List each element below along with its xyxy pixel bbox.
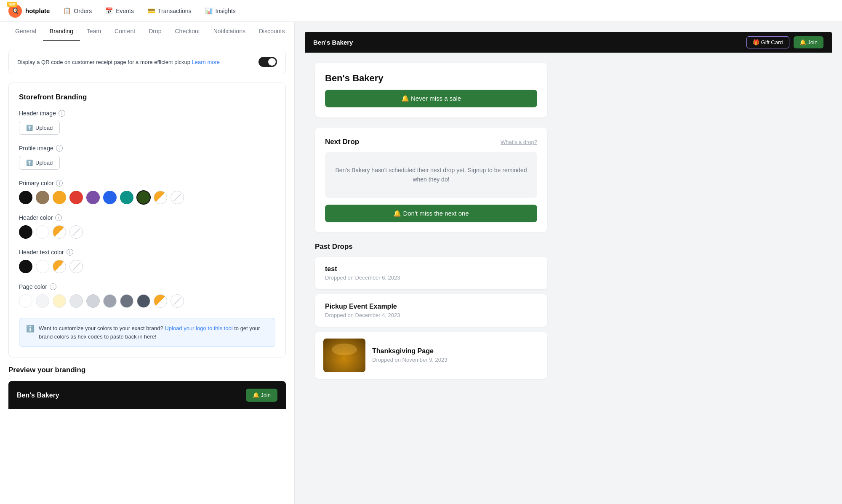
header-swatch-white[interactable] <box>36 225 49 239</box>
swatch-purple[interactable] <box>86 191 100 204</box>
orders-icon: 📋 <box>63 7 71 15</box>
past-drop-name-test: test <box>325 265 537 273</box>
swatch-teal[interactable] <box>120 191 133 204</box>
tab-notifications[interactable]: Notifications <box>207 22 252 41</box>
nav-orders[interactable]: 📋 Orders <box>63 5 92 16</box>
page-color-label: Page color i <box>19 283 275 290</box>
qr-text: Display a QR code on customer receipt pa… <box>17 59 220 65</box>
tab-general[interactable]: General <box>8 22 43 41</box>
upload-icon-2: ⬆️ <box>26 160 33 166</box>
header-image-info-icon[interactable]: i <box>59 110 65 117</box>
next-drop-header: Next Drop What's a drop? <box>325 138 537 146</box>
page-swatch-lightgray5[interactable] <box>120 294 133 308</box>
past-drop-item-pickup[interactable]: Pickup Event Example Dropped on December… <box>315 294 547 327</box>
dont-miss-button[interactable]: 🔔 Don't miss the next one <box>325 205 537 222</box>
header-text-color-info-icon[interactable]: i <box>67 249 73 256</box>
tab-drop[interactable]: Drop <box>142 22 168 41</box>
page-swatch-custom[interactable] <box>154 294 167 308</box>
header-text-swatch-custom[interactable] <box>53 260 66 273</box>
tab-content[interactable]: Content <box>108 22 142 41</box>
swatch-red[interactable] <box>69 191 83 204</box>
profile-image-upload-button[interactable]: ⬆️ Upload <box>19 156 60 170</box>
right-header-bakery-name: Ben's Bakery <box>313 39 353 46</box>
events-icon: 📅 <box>105 7 113 15</box>
swatch-custom-primary[interactable] <box>154 191 167 204</box>
header-color-swatches <box>19 225 275 239</box>
preview-strip: Ben's Bakery 🔔 Join <box>8 381 286 409</box>
right-content: Ben's Bakery 🔔 Never miss a sale Next Dr… <box>305 53 557 399</box>
storefront-branding-card: Storefront Branding Header image i ⬆️ Up… <box>8 83 286 357</box>
past-drop-item-test[interactable]: test Dropped on December 6, 2023 <box>315 257 547 289</box>
left-panel: General Branding Team Content Drop Check… <box>0 22 295 504</box>
transactions-icon: 💳 <box>147 7 155 15</box>
whats-drop-link[interactable]: What's a drop? <box>501 139 537 145</box>
header-text-swatch-black[interactable] <box>19 260 32 273</box>
page-swatch-lightgray6[interactable] <box>137 294 150 308</box>
primary-color-swatches <box>19 191 275 204</box>
test-badge: Test <box>7 2 17 7</box>
gift-card-button[interactable]: 🎁 Gift Card <box>746 36 789 48</box>
sub-nav: General Branding Team Content Drop Check… <box>0 22 294 41</box>
profile-image-info-icon[interactable]: i <box>56 145 63 152</box>
page-color-info-icon[interactable]: i <box>50 283 56 290</box>
bread-visual <box>323 339 365 372</box>
join-button[interactable]: 🔔 Join <box>794 36 823 48</box>
past-drop-date-thanksgiving: Dropped on November 9, 2023 <box>372 357 448 363</box>
past-drops-section: Past Drops test Dropped on December 6, 2… <box>315 243 547 379</box>
header-text-color-label: Header text color i <box>19 249 275 256</box>
past-drop-name-thanksgiving: Thanksgiving Page <box>372 347 448 355</box>
page-swatch-cream[interactable] <box>53 294 66 308</box>
qr-toggle[interactable] <box>258 57 277 67</box>
preview-join-button[interactable]: 🔔 Join <box>246 389 277 402</box>
swatch-brown[interactable] <box>36 191 49 204</box>
header-text-swatch-none[interactable] <box>69 260 83 273</box>
right-panel: Ben's Bakery 🎁 Gift Card 🔔 Join Ben's Ba… <box>295 22 842 504</box>
swatch-dark-green[interactable] <box>137 191 150 204</box>
header-text-swatch-white[interactable] <box>36 260 49 273</box>
past-drop-date-pickup: Dropped on December 4, 2023 <box>325 312 537 318</box>
primary-color-label: Primary color i <box>19 180 275 187</box>
page-swatch-white[interactable] <box>19 294 32 308</box>
upload-icon: ⬆️ <box>26 125 33 131</box>
color-info-banner: ℹ️ Want to customize your colors to your… <box>19 318 275 347</box>
thanksgiving-info: Thanksgiving Page Dropped on November 9,… <box>372 347 448 363</box>
header-color-info-icon[interactable]: i <box>55 214 62 221</box>
swatch-none-primary[interactable] <box>171 191 184 204</box>
header-swatch-black[interactable] <box>19 225 32 239</box>
nav-events[interactable]: 📅 Events <box>105 5 134 16</box>
qr-learn-more-link[interactable]: Learn more <box>192 59 220 65</box>
logo-icon: Test 🍳 <box>8 4 22 18</box>
preview-title: Preview your branding <box>8 366 286 374</box>
page-swatch-none[interactable] <box>171 294 184 308</box>
page-swatch-lightgray3[interactable] <box>86 294 100 308</box>
page-swatch-lightgray2[interactable] <box>69 294 83 308</box>
nav-insights[interactable]: 📊 Insights <box>205 5 236 16</box>
insights-label: Insights <box>216 8 236 14</box>
page-swatch-lightgray4[interactable] <box>103 294 117 308</box>
tab-discounts[interactable]: Discounts <box>252 22 291 41</box>
swatch-blue[interactable] <box>103 191 117 204</box>
app-name: hotplate <box>25 7 50 14</box>
header-color-field: Header color i <box>19 214 275 239</box>
primary-color-info-icon[interactable]: i <box>56 180 63 187</box>
header-swatch-none[interactable] <box>69 225 83 239</box>
tab-branding[interactable]: Branding <box>43 22 80 41</box>
next-drop-heading: Next Drop <box>325 138 359 146</box>
page-color-field: Page color i <box>19 283 275 308</box>
nav-transactions[interactable]: 💳 Transactions <box>147 5 192 16</box>
no-drop-area: Ben's Bakery hasn't scheduled their next… <box>325 152 537 198</box>
past-drop-item-thanksgiving[interactable]: Thanksgiving Page Dropped on November 9,… <box>315 332 547 379</box>
header-image-field: Header image i ⬆️ Upload <box>19 110 275 135</box>
logo[interactable]: Test 🍳 hotplate <box>8 4 50 18</box>
header-image-upload-button[interactable]: ⬆️ Upload <box>19 121 60 135</box>
header-swatch-custom[interactable] <box>53 225 66 239</box>
swatch-yellow[interactable] <box>53 191 66 204</box>
header-text-color-swatches <box>19 260 275 273</box>
swatch-black[interactable] <box>19 191 32 204</box>
never-miss-button[interactable]: 🔔 Never miss a sale <box>325 90 537 107</box>
insights-icon: 📊 <box>205 7 213 15</box>
page-swatch-lightgray1[interactable] <box>36 294 49 308</box>
tab-checkout[interactable]: Checkout <box>168 22 207 41</box>
logo-tool-link[interactable]: Upload your logo to this tool <box>165 325 232 331</box>
tab-team[interactable]: Team <box>80 22 108 41</box>
